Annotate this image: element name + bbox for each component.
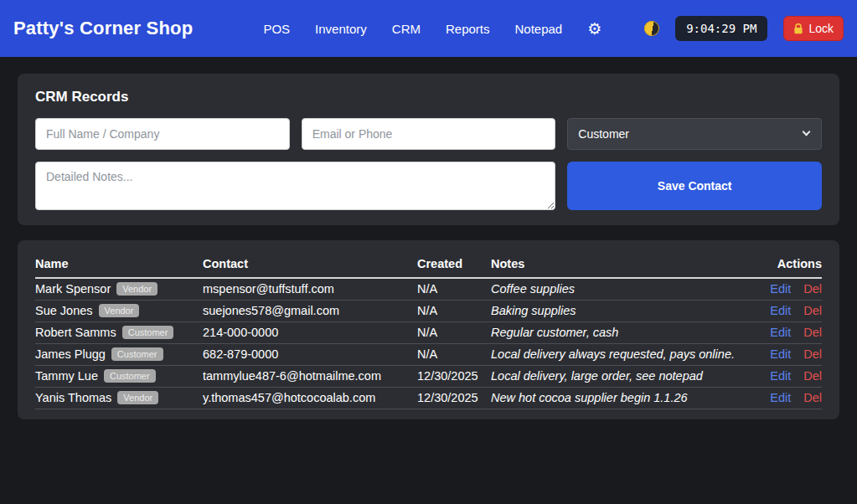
record-notes-cell: Baking supplies — [491, 301, 738, 322]
record-notes-cell: Local delivery, large order, see notepad — [491, 366, 738, 388]
top-navbar: Patty's Corner Shop POS Inventory CRM Re… — [0, 0, 857, 57]
record-created-cell: 12/30/2025 — [417, 388, 491, 409]
coin-icon[interactable] — [644, 21, 659, 36]
app-brand[interactable]: Patty's Corner Shop — [13, 18, 193, 39]
delete-link[interactable]: Del — [803, 391, 822, 404]
record-name: James Plugg — [35, 347, 106, 361]
nav-item-pos[interactable]: POS — [263, 22, 290, 36]
email-phone-input[interactable] — [302, 118, 556, 150]
record-name-cell: Robert SammsCustomer — [35, 322, 203, 344]
record-notes-cell: Coffee supplies — [491, 278, 738, 301]
contact-type-select[interactable]: Customer — [567, 118, 822, 150]
table-row: Robert SammsCustomer 214-000-0000 N/A Re… — [35, 322, 822, 344]
record-created-cell: N/A — [417, 344, 491, 366]
col-header-notes: Notes — [491, 255, 738, 278]
records-table-body: Mark SpensorVendor mspensor@tuffstuff.co… — [35, 278, 822, 409]
main-nav: POS Inventory CRM Reports Notepad ⚙ — [263, 21, 601, 37]
contact-type-badge: Customer — [104, 369, 156, 383]
record-actions-cell: EditDel — [738, 388, 822, 409]
record-actions-cell: EditDel — [738, 278, 822, 301]
record-contact-cell: 214-000-0000 — [203, 322, 417, 344]
record-name: Tammy Lue — [35, 369, 98, 383]
record-contact-cell: 682-879-0000 — [203, 344, 417, 366]
record-contact-cell: tammylue487-6@hotmailme.com — [203, 366, 417, 388]
lock-button[interactable]: Lock — [783, 16, 844, 41]
records-table-head: Name Contact Created Notes Actions — [35, 255, 822, 278]
delete-link[interactable]: Del — [803, 369, 822, 383]
record-created-cell: N/A — [417, 301, 491, 322]
record-name: Sue Jones — [35, 304, 93, 317]
contact-type-badge: Vendor — [99, 304, 140, 317]
table-row: Yanis ThomasVendor y.thomas457@hotcocoal… — [35, 388, 822, 409]
nav-item-crm[interactable]: CRM — [392, 22, 421, 36]
record-created-cell: 12/30/2025 — [417, 366, 491, 388]
table-row: Mark SpensorVendor mspensor@tuffstuff.co… — [35, 278, 822, 301]
edit-link[interactable]: Edit — [770, 369, 791, 383]
record-created-cell: N/A — [417, 322, 491, 344]
nav-item-inventory[interactable]: Inventory — [315, 22, 367, 36]
lock-icon — [793, 23, 803, 34]
crm-form-card: CRM Records Customer Save Contact — [18, 74, 839, 225]
contact-type-select-wrap: Customer — [567, 118, 822, 150]
record-notes-cell: Regular customer, cash — [491, 322, 738, 344]
col-header-contact: Contact — [203, 255, 417, 278]
col-header-created: Created — [417, 255, 491, 278]
contact-type-badge: Customer — [122, 326, 174, 339]
records-header-row: Name Contact Created Notes Actions — [35, 255, 822, 278]
record-notes-cell: Local delivery always requested, pays on… — [491, 344, 738, 366]
record-actions-cell: EditDel — [738, 301, 822, 322]
record-actions-cell: EditDel — [738, 366, 822, 388]
edit-link[interactable]: Edit — [770, 391, 791, 404]
main-content: CRM Records Customer Save Contact Name C… — [0, 57, 857, 419]
record-name-cell: Mark SpensorVendor — [35, 278, 203, 301]
record-notes-cell: New hot cocoa supplier begin 1.1.26 — [491, 388, 738, 409]
navbar-right-cluster: 9:04:29 PM Lock — [644, 16, 844, 41]
table-row: Sue JonesVendor suejones578@gmail.com N/… — [35, 301, 822, 322]
contact-type-badge: Vendor — [117, 391, 158, 404]
save-contact-button[interactable]: Save Contact — [567, 162, 822, 210]
crm-card-title: CRM Records — [35, 89, 822, 105]
lock-button-label: Lock — [808, 22, 834, 35]
edit-link[interactable]: Edit — [770, 304, 791, 317]
edit-link[interactable]: Edit — [770, 326, 791, 339]
crm-form: Customer Save Contact — [35, 118, 822, 210]
delete-link[interactable]: Del — [803, 282, 822, 296]
nav-item-notepad[interactable]: Notepad — [515, 22, 563, 36]
delete-link[interactable]: Del — [803, 326, 822, 339]
contact-type-badge: Customer — [111, 347, 163, 361]
col-header-name: Name — [35, 255, 203, 278]
record-contact-cell: mspensor@tuffstuff.com — [203, 278, 417, 301]
nav-item-reports[interactable]: Reports — [446, 22, 490, 36]
crm-records-table: Name Contact Created Notes Actions Mark … — [35, 255, 822, 409]
col-header-actions: Actions — [738, 255, 822, 278]
record-contact-cell: y.thomas457@hotcocoalab.com — [203, 388, 417, 409]
record-actions-cell: EditDel — [738, 344, 822, 366]
settings-gear-icon[interactable]: ⚙ — [587, 21, 601, 37]
table-row: Tammy LueCustomer tammylue487-6@hotmailm… — [35, 366, 822, 388]
full-name-input[interactable] — [35, 118, 290, 150]
table-row: James PluggCustomer 682-879-0000 N/A Loc… — [35, 344, 822, 366]
record-contact-cell: suejones578@gmail.com — [203, 301, 417, 322]
contact-type-badge: Vendor — [116, 282, 157, 296]
record-name: Robert Samms — [35, 326, 116, 339]
clock-display: 9:04:29 PM — [675, 16, 767, 41]
record-actions-cell: EditDel — [738, 322, 822, 344]
record-name: Yanis Thomas — [35, 391, 111, 404]
crm-records-card: Name Contact Created Notes Actions Mark … — [18, 240, 839, 419]
delete-link[interactable]: Del — [803, 304, 822, 317]
edit-link[interactable]: Edit — [770, 347, 791, 361]
record-created-cell: N/A — [417, 278, 491, 301]
record-name-cell: Yanis ThomasVendor — [35, 388, 203, 409]
record-name-cell: Sue JonesVendor — [35, 301, 203, 322]
detailed-notes-textarea[interactable] — [35, 162, 555, 210]
record-name-cell: Tammy LueCustomer — [35, 366, 203, 388]
record-name-cell: James PluggCustomer — [35, 344, 203, 366]
delete-link[interactable]: Del — [803, 347, 822, 361]
record-name: Mark Spensor — [35, 282, 111, 296]
edit-link[interactable]: Edit — [770, 282, 791, 296]
